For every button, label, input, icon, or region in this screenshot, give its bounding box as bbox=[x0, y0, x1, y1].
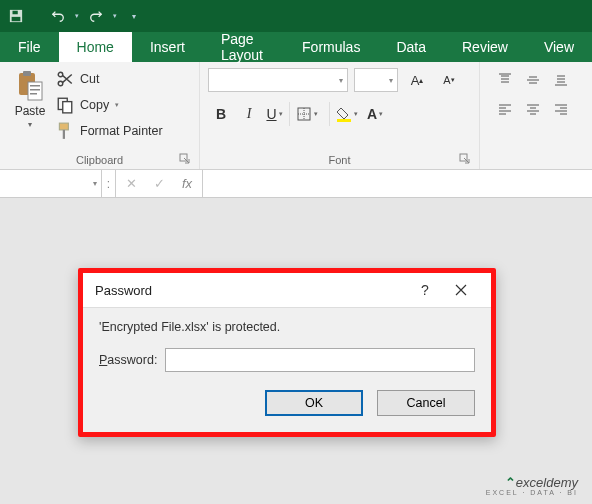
cancel-button[interactable]: Cancel bbox=[377, 390, 475, 416]
chevron-down-icon: ▾ bbox=[314, 110, 318, 118]
range-colon: : bbox=[102, 170, 116, 197]
tab-insert[interactable]: Insert bbox=[132, 32, 203, 62]
paintbrush-icon bbox=[56, 122, 74, 140]
ribbon: Paste ▾ Cut Copy ▾ Format Painter bbox=[0, 62, 592, 170]
ribbon-tabs: File Home Insert Page Layout Formulas Da… bbox=[0, 32, 592, 62]
underline-button[interactable]: U▾ bbox=[264, 102, 290, 126]
redo-dropdown-icon[interactable]: ▾ bbox=[110, 6, 120, 26]
tab-review[interactable]: Review bbox=[444, 32, 526, 62]
italic-button[interactable]: I bbox=[236, 102, 262, 126]
formula-bar: ▾ : ✕ ✓ fx bbox=[0, 170, 592, 198]
format-painter-button[interactable]: Format Painter bbox=[56, 120, 163, 142]
font-color-button[interactable]: A▾ bbox=[362, 102, 388, 126]
svg-point-9 bbox=[58, 81, 63, 86]
clipboard-group-label: Clipboard bbox=[76, 154, 123, 166]
cut-label: Cut bbox=[80, 72, 99, 86]
password-label: Password: bbox=[99, 353, 157, 367]
paste-dropdown-icon[interactable]: ▾ bbox=[28, 120, 32, 129]
svg-rect-5 bbox=[28, 82, 42, 100]
undo-icon[interactable] bbox=[48, 6, 68, 26]
chevron-icon: ⌃ bbox=[505, 475, 516, 490]
insert-function-button[interactable]: fx bbox=[178, 176, 196, 191]
format-painter-label: Format Painter bbox=[80, 124, 163, 138]
align-top-button[interactable] bbox=[492, 68, 518, 92]
align-right-button[interactable] bbox=[548, 98, 574, 122]
font-size-combo[interactable]: ▾ bbox=[354, 68, 398, 92]
decrease-font-button[interactable]: A▾ bbox=[436, 68, 462, 92]
watermark-sub: EXCEL · DATA · BI bbox=[486, 489, 578, 496]
cancel-formula-button[interactable]: ✕ bbox=[122, 176, 140, 191]
copy-label: Copy bbox=[80, 98, 109, 112]
svg-rect-1 bbox=[12, 17, 21, 21]
formula-input[interactable] bbox=[203, 170, 592, 197]
font-launcher-icon[interactable] bbox=[459, 153, 471, 165]
svg-rect-14 bbox=[63, 130, 65, 139]
tab-home[interactable]: Home bbox=[59, 32, 132, 62]
increase-font-button[interactable]: A▴ bbox=[404, 68, 430, 92]
tab-page-layout[interactable]: Page Layout bbox=[203, 32, 284, 62]
copy-button[interactable]: Copy ▾ bbox=[56, 94, 163, 116]
paste-button[interactable]: Paste ▾ bbox=[8, 66, 52, 129]
chevron-down-icon: ▾ bbox=[339, 76, 343, 85]
align-left-button[interactable] bbox=[492, 98, 518, 122]
chevron-down-icon: ▾ bbox=[93, 179, 97, 188]
enter-formula-button[interactable]: ✓ bbox=[150, 176, 168, 191]
borders-button[interactable]: ▾ bbox=[294, 102, 320, 126]
password-input[interactable] bbox=[165, 348, 475, 372]
save-icon[interactable] bbox=[6, 6, 26, 26]
fill-color-button[interactable]: ▾ bbox=[334, 102, 360, 126]
svg-rect-2 bbox=[13, 11, 18, 15]
svg-rect-4 bbox=[23, 71, 31, 76]
svg-rect-7 bbox=[30, 89, 40, 91]
svg-point-10 bbox=[58, 72, 63, 77]
watermark-brand: exceldemy bbox=[516, 475, 578, 490]
svg-rect-8 bbox=[30, 93, 37, 95]
copy-dropdown-icon[interactable]: ▾ bbox=[115, 101, 119, 109]
clipboard-launcher-icon[interactable] bbox=[179, 153, 191, 165]
tab-view[interactable]: View bbox=[526, 32, 592, 62]
align-bottom-button[interactable] bbox=[548, 68, 574, 92]
quick-access-toolbar: ▾ ▾ ▾ bbox=[0, 0, 592, 32]
help-button[interactable]: ? bbox=[407, 273, 443, 307]
chevron-down-icon: ▾ bbox=[354, 110, 358, 118]
tab-data[interactable]: Data bbox=[378, 32, 444, 62]
dialog-message: 'Encrypted File.xlsx' is protected. bbox=[99, 320, 475, 334]
undo-dropdown-icon[interactable]: ▾ bbox=[72, 6, 82, 26]
font-name-combo[interactable]: ▾ bbox=[208, 68, 348, 92]
align-middle-button[interactable] bbox=[520, 68, 546, 92]
scissors-icon bbox=[56, 70, 74, 88]
svg-rect-12 bbox=[63, 102, 72, 113]
svg-rect-17 bbox=[337, 119, 351, 122]
paste-label: Paste bbox=[15, 104, 46, 118]
bold-button[interactable]: B bbox=[208, 102, 234, 126]
tab-formulas[interactable]: Formulas bbox=[284, 32, 378, 62]
watermark: ⌃exceldemy EXCEL · DATA · BI bbox=[486, 476, 578, 496]
close-button[interactable] bbox=[443, 273, 479, 307]
ok-button[interactable]: OK bbox=[265, 390, 363, 416]
tab-file[interactable]: File bbox=[0, 32, 59, 62]
redo-icon[interactable] bbox=[86, 6, 106, 26]
name-box[interactable]: ▾ bbox=[0, 170, 102, 197]
chevron-down-icon: ▾ bbox=[279, 110, 283, 118]
font-group-label: Font bbox=[328, 154, 350, 166]
paste-icon bbox=[15, 70, 45, 102]
cut-button[interactable]: Cut bbox=[56, 68, 163, 90]
svg-rect-13 bbox=[59, 123, 68, 130]
qat-customize-icon[interactable]: ▾ bbox=[124, 6, 144, 26]
align-center-button[interactable] bbox=[520, 98, 546, 122]
password-dialog: Password ? 'Encrypted File.xlsx' is prot… bbox=[78, 268, 496, 437]
chevron-down-icon: ▾ bbox=[389, 76, 393, 85]
copy-icon bbox=[56, 96, 74, 114]
chevron-down-icon: ▾ bbox=[379, 110, 383, 118]
svg-rect-6 bbox=[30, 85, 40, 87]
dialog-title: Password bbox=[95, 283, 152, 298]
